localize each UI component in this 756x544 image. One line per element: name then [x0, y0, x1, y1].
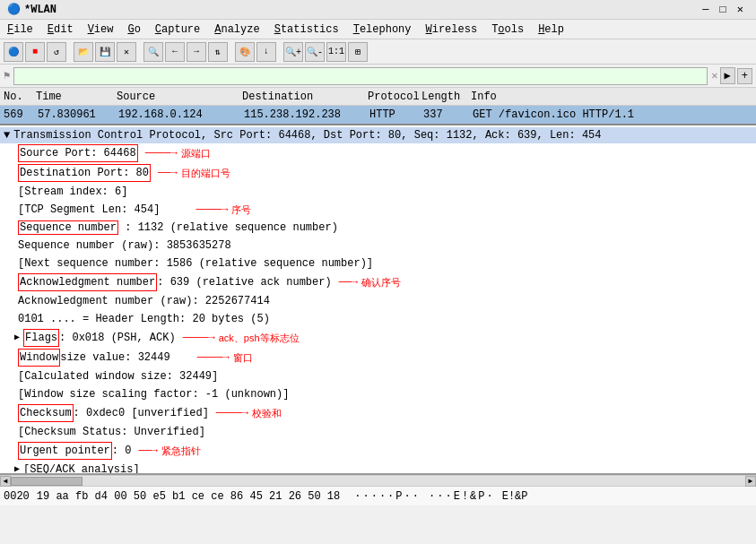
- calc-window-text: [Calculated window size: 32449]: [18, 370, 218, 383]
- window-size-line: Window size value: 32449 ————→ 窗口: [0, 348, 756, 367]
- filter-input[interactable]: http: [13, 67, 708, 85]
- hex-ascii: ·····P·· ···E!&P·: [354, 490, 494, 503]
- checksum-box: Checksum: [18, 404, 74, 422]
- colorize-btn[interactable]: 🎨: [235, 42, 255, 62]
- source-port-box: Source Port: 64468: [18, 144, 138, 162]
- stream-index-text: [Stream index: 6]: [18, 186, 127, 198]
- checksum-status-text: [Checksum Status: Unverified]: [18, 426, 205, 438]
- dest-port-line: Destination Port: 80 ——→ 目的端口号: [0, 163, 756, 183]
- resize-col-btn[interactable]: ⊞: [348, 42, 368, 62]
- window-box: Window: [18, 349, 60, 367]
- checksum-annotation: 校验和: [252, 405, 282, 421]
- fwd-btn[interactable]: →: [187, 42, 206, 62]
- menu-help[interactable]: Help: [531, 22, 571, 38]
- menu-capture[interactable]: Capture: [148, 22, 207, 38]
- hex-values: 19 aa fb d4 00 50 e5 b1 ce ce 86 45 21 2…: [37, 490, 340, 503]
- source-port-arrow: ————→: [145, 145, 178, 161]
- dest-port-arrow: ——→: [158, 165, 178, 181]
- stream-index-line: [Stream index: 6]: [0, 183, 756, 201]
- col-header-no: No.: [0, 91, 36, 103]
- find-btn[interactable]: 🔍: [143, 42, 163, 62]
- next-seq-text: [Next sequence number: 1586 (relative se…: [18, 257, 373, 270]
- menu-view[interactable]: View: [81, 22, 121, 38]
- h-scroll-thumb[interactable]: [11, 477, 83, 486]
- filter-save-btn[interactable]: +: [737, 68, 752, 84]
- window-arrow: ————→: [197, 350, 230, 366]
- zoom-reset-btn[interactable]: 1:1: [326, 42, 346, 62]
- close-btn2[interactable]: ✕: [117, 42, 136, 62]
- menu-statistics[interactable]: Statistics: [267, 22, 346, 38]
- flags-line[interactable]: ▶ Flags : 0x018 (PSH, ACK) ————→ ack、psh…: [0, 328, 756, 348]
- seq-num-line: Sequence number : 1132 (relative sequenc…: [0, 219, 756, 237]
- menubar: File Edit View Go Capture Analyze Statis…: [0, 20, 756, 39]
- filterbar: ⚑ http ✕ ▶ +: [0, 65, 756, 88]
- col-header-info: Info: [471, 91, 756, 103]
- menu-telephony[interactable]: Telephony: [346, 22, 419, 38]
- tcp-seg-len-text: [TCP Segment Len: 454]: [18, 202, 160, 218]
- checksum-rest: : 0xdec0 [unverified]: [74, 405, 209, 421]
- pkt-proto: HTTP: [369, 108, 423, 121]
- menu-file[interactable]: File: [0, 22, 40, 38]
- menu-tools[interactable]: Tools: [484, 22, 531, 38]
- menu-analyze[interactable]: Analyze: [207, 22, 266, 38]
- restart-btn[interactable]: ↺: [47, 42, 66, 62]
- maximize-btn[interactable]: □: [715, 4, 732, 16]
- seq-num-box: Sequence number: [18, 220, 118, 235]
- back-btn[interactable]: ←: [165, 42, 185, 62]
- seq-num-raw-text: Sequence number (raw): 3853635278: [18, 239, 231, 252]
- menu-go[interactable]: Go: [120, 22, 147, 38]
- pkt-src: 192.168.0.124: [118, 108, 244, 121]
- h-scroll-track[interactable]: [11, 477, 745, 486]
- flags-arrow: ————→: [183, 330, 215, 346]
- flags-rest: : 0x018 (PSH, ACK): [59, 330, 176, 346]
- calc-window-line: [Calculated window size: 32449]: [0, 367, 756, 385]
- flags-collapse-icon: ▶: [14, 330, 20, 346]
- ack-num-raw-text: Acknowledgment number (raw): 2252677414: [18, 295, 270, 307]
- h-scroll-right-btn[interactable]: ▶: [745, 476, 756, 487]
- tcp-root[interactable]: ▼ Transmission Control Protocol, Src Por…: [0, 127, 756, 143]
- seq-ack-line[interactable]: ▶ [SEQ/ACK analysis]: [0, 461, 756, 475]
- pkt-dst: 115.238.192.238: [244, 108, 369, 121]
- checksum-arrow: ————→: [216, 405, 248, 421]
- source-port-line: Source Port: 64468 ————→ 源端口: [0, 143, 756, 163]
- detail-panel: ▼ Transmission Control Protocol, Src Por…: [0, 125, 756, 475]
- menu-wireless[interactable]: Wireless: [419, 22, 485, 38]
- filter-clear-btn[interactable]: ✕: [711, 69, 717, 82]
- h-scrollbar[interactable]: ◀ ▶: [0, 475, 756, 486]
- window-rest: size value: 32449: [60, 350, 169, 366]
- col-header-len: Length: [421, 91, 471, 103]
- col-header-time: Time: [36, 91, 117, 103]
- tcp-seg-len-line: [TCP Segment Len: 454] ————→ 序号: [0, 201, 756, 219]
- zoom-out-btn[interactable]: 🔍-: [305, 42, 325, 62]
- dest-port-annotation: 目的端口号: [181, 165, 230, 181]
- auto-scroll-btn[interactable]: ↓: [256, 42, 276, 62]
- urgent-ptr-box: Urgent pointer: [18, 442, 112, 460]
- toolbar: 🔵 ■ ↺ 📂 💾 ✕ 🔍 ← → ⇅ 🎨 ↓ 🔍+ 🔍- 1:1 ⊞: [0, 39, 756, 65]
- source-port-annotation: 源端口: [181, 145, 211, 161]
- header-len-text: 0101 .... = Header Length: 20 bytes (5): [18, 313, 270, 325]
- checksum-status-line: [Checksum Status: Unverified]: [0, 423, 756, 441]
- stop-btn[interactable]: ■: [25, 42, 45, 62]
- urgent-ptr-rest: : 0: [112, 443, 132, 459]
- packet-row[interactable]: 569 57.830961 192.168.0.124 115.238.192.…: [0, 106, 756, 124]
- header-len-line: 0101 .... = Header Length: 20 bytes (5): [0, 310, 756, 328]
- save-btn[interactable]: 💾: [95, 42, 115, 62]
- filter-apply-btn[interactable]: ▶: [720, 67, 735, 84]
- ack-num-rest: : 639 (relative ack number): [157, 274, 331, 290]
- urgent-ptr-annotation: 紧急指针: [161, 443, 201, 459]
- open-btn[interactable]: 📂: [74, 42, 93, 62]
- ack-annotation: 确认序号: [361, 274, 401, 290]
- new-capture-btn[interactable]: 🔵: [4, 42, 23, 62]
- window-annotation: 窗口: [233, 350, 253, 366]
- zoom-in-btn[interactable]: 🔍+: [283, 42, 303, 62]
- app-title: *WLAN: [24, 4, 56, 16]
- ack-num-box: Acknowledgment number: [18, 273, 157, 291]
- minimize-btn[interactable]: ─: [697, 4, 714, 16]
- packetlist: No. Time Source Destination Protocol Len…: [0, 88, 756, 125]
- close-btn[interactable]: ✕: [732, 3, 749, 16]
- h-scroll-left-btn[interactable]: ◀: [0, 476, 11, 487]
- filter-icon: ⚑: [4, 69, 10, 82]
- menu-edit[interactable]: Edit: [40, 22, 81, 38]
- ack-num-line: Acknowledgment number : 639 (relative ac…: [0, 272, 756, 292]
- scroll-btn[interactable]: ⇅: [208, 42, 228, 62]
